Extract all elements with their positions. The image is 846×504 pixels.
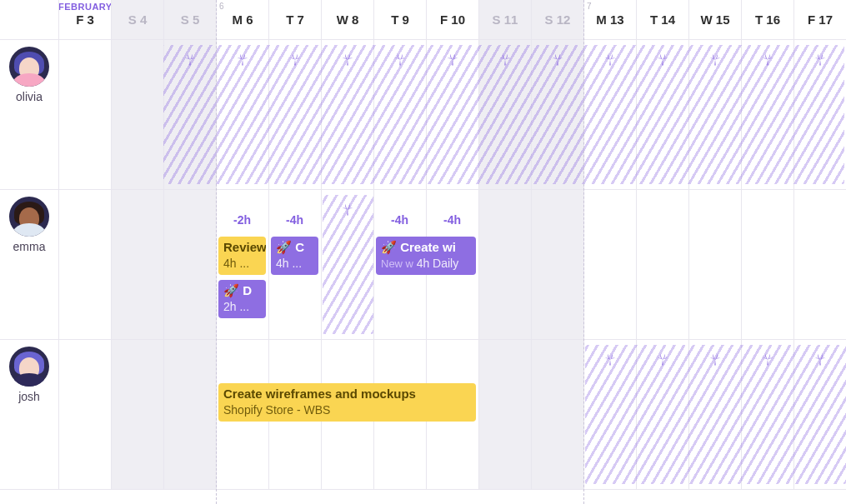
hours-deficit: -4h <box>373 213 426 227</box>
task-subtitle: 4h ... <box>276 257 302 270</box>
task-title: 🚀 Create wi <box>381 240 471 256</box>
palm-icon <box>583 52 636 69</box>
palm-icon <box>216 52 268 69</box>
task-card[interactable]: Create wireframes and mockupsShopify Sto… <box>218 383 476 422</box>
palm-icon <box>741 52 793 69</box>
day-header[interactable]: S 5 <box>163 0 216 39</box>
palm-icon <box>636 352 688 369</box>
palm-icon <box>478 52 531 69</box>
palm-icon <box>531 52 583 69</box>
day-header[interactable]: S 4 <box>111 0 163 39</box>
day-header[interactable]: W 8 <box>321 0 373 39</box>
task-card[interactable]: Review4h ... <box>218 237 266 275</box>
person-name: olivia <box>16 90 43 103</box>
schedule-row: olivia <box>0 40 846 190</box>
task-card[interactable]: 🚀 Create wiNew w 4h Daily <box>376 237 476 275</box>
task-subtitle: New w 4h Daily <box>381 257 458 270</box>
schedule-row: emma-2h-4h-4h-4hReview4h ...🚀 C4h ...🚀 D… <box>0 190 846 340</box>
week-number: 6 <box>219 2 224 11</box>
person-cell[interactable]: olivia <box>0 47 58 103</box>
palm-icon <box>163 52 216 69</box>
palm-icon <box>321 202 373 219</box>
palm-icon <box>688 352 741 369</box>
day-header[interactable]: T 14 <box>636 0 688 39</box>
task-card[interactable]: 🚀 D2h ... <box>218 280 266 318</box>
day-header[interactable]: T 7 <box>268 0 321 39</box>
palm-icon <box>636 52 688 69</box>
calendar-header: FEBRUARY F 3S 4S 5M 6T 7W 8T 9F 10S 11S … <box>0 0 846 40</box>
palm-icon <box>688 52 741 69</box>
task-title: 🚀 D <box>223 283 261 299</box>
task-title: 🚀 C <box>276 240 313 256</box>
week-number: 7 <box>587 2 592 11</box>
day-header[interactable]: W 15 <box>688 0 741 39</box>
avatar[interactable] <box>9 197 49 237</box>
hours-deficit: -4h <box>426 213 478 227</box>
palm-icon <box>426 52 478 69</box>
day-header[interactable]: S 12 <box>531 0 583 39</box>
palm-icon <box>373 52 426 69</box>
day-header[interactable]: F 17 <box>793 0 846 39</box>
person-cell[interactable]: josh <box>0 347 58 403</box>
hours-deficit: -2h <box>216 213 268 227</box>
day-header[interactable]: T 16 <box>741 0 793 39</box>
palm-icon <box>793 52 846 69</box>
task-subtitle: Shopify Store - WBS <box>223 403 330 417</box>
day-header[interactable]: T 9 <box>373 0 426 39</box>
avatar[interactable] <box>9 347 49 387</box>
hours-deficit: -4h <box>268 213 321 227</box>
person-name: josh <box>18 390 40 403</box>
palm-icon <box>793 352 846 369</box>
palm-icon <box>741 352 793 369</box>
day-header[interactable]: S 11 <box>478 0 531 39</box>
person-name: emma <box>13 240 46 253</box>
task-card[interactable]: 🚀 C4h ... <box>271 237 318 275</box>
task-title: Create wireframes and mockups <box>223 387 471 402</box>
person-cell[interactable]: emma <box>0 197 58 253</box>
palm-icon <box>268 52 321 69</box>
palm-icon <box>321 52 373 69</box>
task-subtitle: 4h ... <box>223 257 249 270</box>
task-title: Review <box>223 240 261 256</box>
day-header[interactable]: F 10 <box>426 0 478 39</box>
palm-icon <box>583 352 636 369</box>
task-subtitle: 2h ... <box>223 300 249 313</box>
avatar[interactable] <box>9 47 49 87</box>
schedule-row: joshCreate wireframes and mockupsShopify… <box>0 340 846 490</box>
day-header[interactable]: F 3 <box>58 0 111 39</box>
